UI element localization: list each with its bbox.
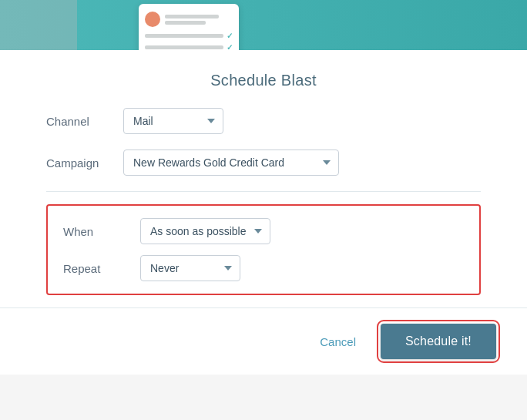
top-left-block	[0, 0, 77, 50]
card-check-line	[145, 34, 223, 38]
card-preview: ✓ ✓	[139, 4, 239, 50]
actions-area: Cancel Schedule it!	[0, 308, 527, 375]
checkmark-icon: ✓	[227, 43, 233, 50]
when-repeat-box: When As soon as possible Scheduled Recur…	[46, 204, 481, 295]
checkmark-icon: ✓	[227, 32, 233, 40]
channel-select[interactable]: Mail Email SMS	[123, 108, 223, 134]
repeat-label: Repeat	[63, 262, 140, 275]
schedule-button[interactable]: Schedule it!	[381, 324, 496, 359]
when-row: When As soon as possible Scheduled Recur…	[63, 218, 464, 244]
when-label: When	[63, 225, 140, 238]
card-line	[165, 21, 206, 25]
campaign-row: Campaign New Rewards Gold Credit Card Su…	[46, 150, 481, 176]
repeat-select[interactable]: Never Daily Weekly Monthly	[140, 255, 240, 281]
repeat-row: Repeat Never Daily Weekly Monthly	[63, 255, 464, 281]
divider	[46, 191, 481, 192]
dialog: Schedule Blast Channel Mail Email SMS Ca…	[0, 50, 527, 375]
top-decoration: ✓ ✓	[0, 0, 527, 50]
channel-label: Channel	[46, 115, 123, 128]
cancel-button[interactable]: Cancel	[310, 329, 365, 354]
channel-row: Channel Mail Email SMS	[46, 108, 481, 134]
when-select[interactable]: As soon as possible Scheduled Recurring	[140, 218, 270, 244]
dialog-title: Schedule Blast	[0, 50, 527, 108]
campaign-label: Campaign	[46, 156, 123, 170]
form-area: Channel Mail Email SMS Campaign New Rewa…	[0, 108, 527, 295]
card-check-line	[145, 45, 223, 49]
card-avatar	[145, 12, 160, 27]
campaign-select[interactable]: New Rewards Gold Credit Card Summer Prom…	[123, 150, 339, 176]
card-line	[165, 15, 219, 18]
